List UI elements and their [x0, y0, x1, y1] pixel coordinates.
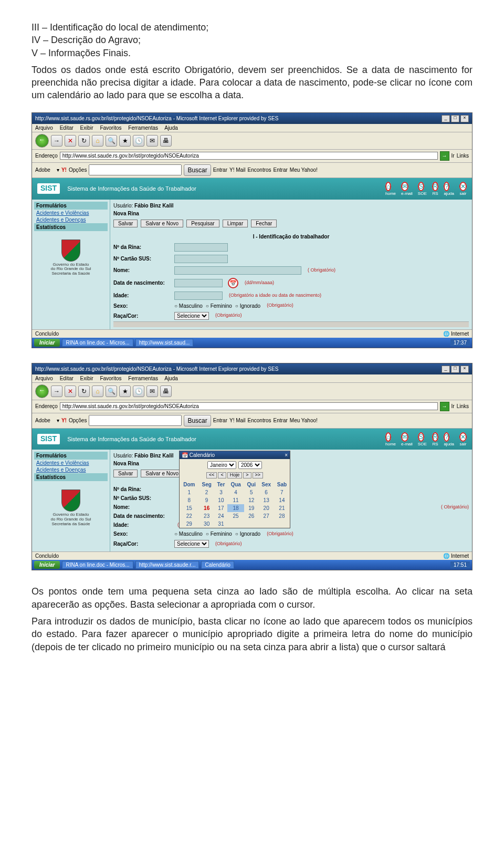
address-input[interactable]: [60, 152, 438, 160]
calendar-next-month[interactable]: >: [243, 472, 251, 478]
menu-ferramentas[interactable]: Ferramentas: [128, 125, 158, 131]
menu-arquivo[interactable]: Arquivo: [35, 376, 53, 381]
home-app-icon[interactable]: ⌂: [385, 432, 391, 442]
home-app-icon[interactable]: ⌂: [385, 182, 391, 191]
sidebar-link-acidentes-doencas[interactable]: Acidentes e Doenças: [34, 466, 108, 473]
save-new-button[interactable]: Salvar e Novo: [141, 470, 183, 477]
menu-ferramentas[interactable]: Ferramentas: [128, 376, 158, 381]
calendar-day[interactable]: 22: [180, 512, 199, 520]
calendar-day[interactable]: 1: [180, 488, 199, 496]
yahoo-item-2[interactable]: Y! Mail: [229, 167, 246, 173]
calendar-day[interactable]: 20: [259, 504, 274, 512]
calendar-day[interactable]: 23: [199, 512, 215, 520]
close-button[interactable]: Fechar: [251, 220, 277, 227]
back-icon[interactable]: ←: [35, 134, 49, 148]
links-label[interactable]: Links: [457, 403, 469, 409]
menu-favoritos[interactable]: Favoritos: [100, 376, 121, 381]
yahoo-search-input[interactable]: [89, 415, 182, 426]
menu-ajuda[interactable]: Ajuda: [164, 376, 178, 381]
calendar-day[interactable]: 15: [180, 504, 199, 512]
calendar-day[interactable]: 7: [274, 488, 290, 496]
taskbar-item-word[interactable]: RINA on line.doc - Micros...: [62, 339, 133, 347]
yahoo-item-4[interactable]: Entrar: [274, 418, 288, 423]
search-button[interactable]: Pesquisar: [186, 220, 219, 227]
calendar-day[interactable]: 26: [244, 512, 258, 520]
yahoo-item-4[interactable]: Entrar: [274, 167, 288, 173]
rs-app-icon[interactable]: R: [432, 432, 439, 442]
sexo-masc-radio[interactable]: ○ Masculino: [174, 531, 203, 537]
email-app-icon[interactable]: ✉: [401, 182, 408, 191]
save-button[interactable]: Salvar: [113, 220, 138, 227]
calendar-next-year[interactable]: >>: [253, 472, 264, 478]
minimize-icon[interactable]: _: [442, 366, 450, 373]
calendar-day[interactable]: 4: [227, 488, 244, 496]
calendar-prev-month[interactable]: <: [218, 472, 226, 478]
idade-input[interactable]: [174, 291, 223, 300]
sexo-ign-radio[interactable]: ○ Ignorado: [235, 531, 260, 537]
print-icon[interactable]: 🖶: [160, 135, 172, 147]
address-input[interactable]: [60, 402, 438, 410]
yahoo-item-5[interactable]: Meu Yahoo!: [290, 167, 318, 173]
calendar-day[interactable]: 6: [259, 488, 274, 496]
soe-app-icon[interactable]: S: [418, 182, 424, 191]
calendar-icon[interactable]: 📅: [228, 278, 238, 288]
search-icon[interactable]: 🔍: [106, 386, 117, 397]
calendar-day[interactable]: 9: [199, 496, 215, 504]
back-icon[interactable]: ←: [35, 384, 49, 398]
calendar-month-select[interactable]: Janeiro: [207, 461, 236, 469]
sexo-masc-radio[interactable]: ○ Masculino: [174, 303, 203, 309]
raca-select[interactable]: Selecione: [174, 540, 209, 548]
menu-arquivo[interactable]: Arquivo: [35, 125, 53, 131]
calendar-day[interactable]: 30: [199, 520, 215, 528]
raca-select[interactable]: Selecione: [174, 312, 209, 320]
menu-favoritos[interactable]: Favoritos: [100, 125, 121, 131]
calendar-day[interactable]: 18: [227, 504, 244, 512]
calendar-day[interactable]: 3: [215, 488, 227, 496]
calendar-prev-year[interactable]: <<: [206, 472, 217, 478]
favorites-icon[interactable]: ★: [119, 386, 131, 397]
calendar-day[interactable]: 19: [244, 504, 258, 512]
taskbar-item-ie[interactable]: http://www.sist.saude.r...: [135, 561, 200, 569]
yahoo-item-5[interactable]: Meu Yahoo!: [290, 418, 318, 423]
menu-editar[interactable]: Editar: [60, 376, 74, 381]
yahoo-item-2[interactable]: Y! Mail: [229, 418, 246, 423]
yahoo-item-3[interactable]: Encontros: [248, 167, 271, 173]
search-icon[interactable]: 🔍: [106, 135, 117, 147]
taskbar-item-calendar[interactable]: Calendário: [201, 561, 234, 569]
links-label[interactable]: Links: [457, 153, 469, 159]
yahoo-search-button[interactable]: Buscar: [184, 415, 211, 426]
start-button[interactable]: Iniciar: [34, 561, 60, 569]
calendar-day[interactable]: 28: [274, 512, 290, 520]
start-button[interactable]: Iniciar: [34, 339, 60, 347]
calendar-day[interactable]: 25: [227, 512, 244, 520]
clear-button[interactable]: Limpar: [223, 220, 248, 227]
calendar-close-icon[interactable]: ×: [285, 452, 288, 458]
yahoo-options[interactable]: Opções: [69, 418, 87, 423]
email-app-icon[interactable]: ✉: [401, 432, 408, 442]
refresh-icon[interactable]: ↻: [78, 135, 90, 147]
calendar-day[interactable]: 8: [180, 496, 199, 504]
calendar-today[interactable]: Hoje: [227, 472, 243, 478]
calendar-day[interactable]: 21: [274, 504, 290, 512]
sidebar-link-acidentes-violencias[interactable]: Acidentes e Violências: [34, 210, 108, 216]
stop-icon[interactable]: ✕: [65, 386, 76, 397]
save-button[interactable]: Salvar: [113, 470, 138, 477]
sexo-ign-radio[interactable]: ○ Ignorado: [235, 303, 260, 309]
stop-icon[interactable]: ✕: [65, 135, 76, 147]
menu-exibir[interactable]: Exibir: [80, 376, 93, 381]
calendar-year-select[interactable]: 2006: [238, 461, 262, 469]
rs-app-icon[interactable]: R: [432, 182, 439, 191]
menu-exibir[interactable]: Exibir: [80, 125, 93, 131]
close-icon[interactable]: ×: [460, 115, 469, 122]
yahoo-item-1[interactable]: Entrar: [213, 418, 227, 423]
go-icon[interactable]: →: [440, 151, 449, 161]
history-icon[interactable]: 🕓: [133, 135, 144, 147]
home-icon[interactable]: ⌂: [92, 135, 103, 147]
yahoo-search-input[interactable]: [89, 164, 182, 175]
sidebar-link-acidentes-doencas[interactable]: Acidentes e Doenças: [34, 216, 108, 223]
sexo-fem-radio[interactable]: ○ Feminino: [206, 531, 232, 537]
dnasc-input[interactable]: [174, 279, 223, 287]
exit-app-icon[interactable]: ✕: [459, 182, 467, 191]
maximize-icon[interactable]: □: [451, 366, 459, 373]
close-icon[interactable]: ×: [460, 366, 469, 373]
